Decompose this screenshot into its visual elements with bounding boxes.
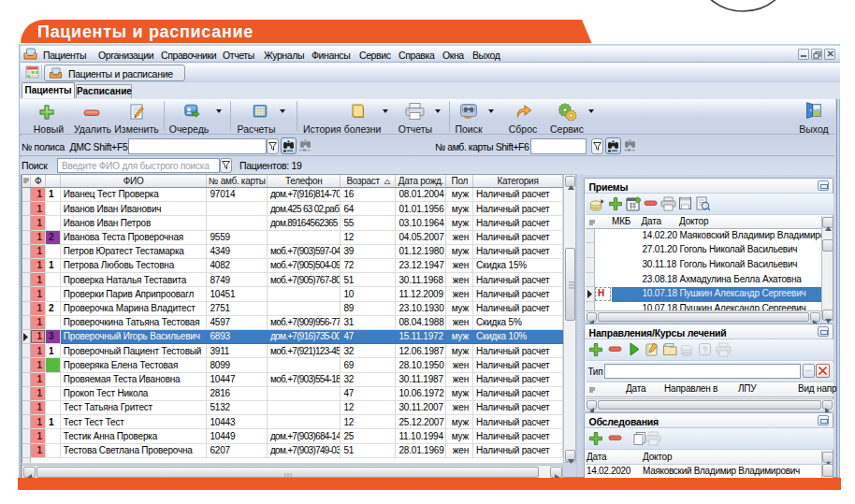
- svg-text:?: ?: [703, 345, 707, 354]
